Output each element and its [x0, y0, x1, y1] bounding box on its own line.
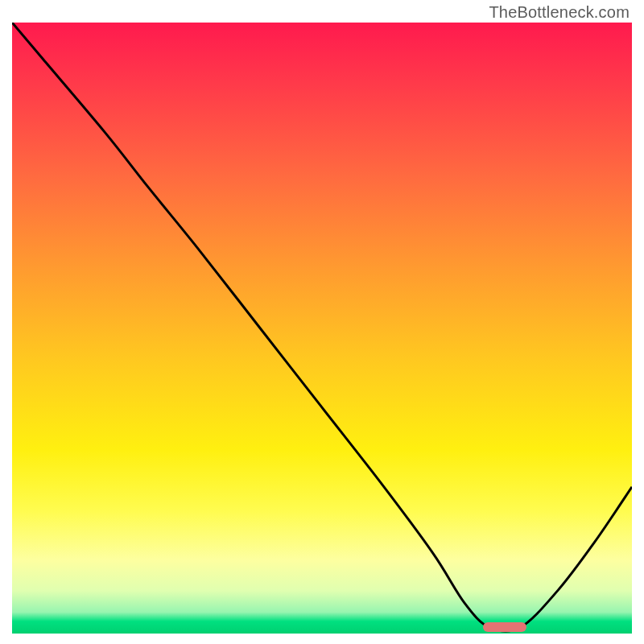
bottleneck-chart: TheBottleneck.com — [0, 0, 644, 644]
bottleneck-line-svg — [12, 23, 632, 634]
optimal-range-marker — [483, 622, 526, 632]
bottleneck-curve-path — [12, 23, 632, 631]
watermark-text: TheBottleneck.com — [489, 3, 630, 22]
